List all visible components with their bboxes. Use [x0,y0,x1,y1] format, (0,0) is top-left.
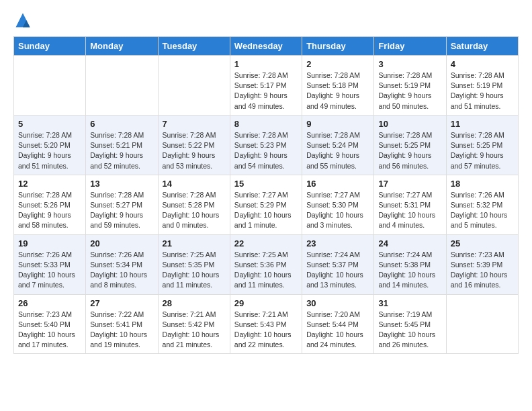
calendar-cell: 9Sunrise: 7:28 AM Sunset: 5:24 PM Daylig… [302,115,374,175]
column-header-tuesday: Tuesday [158,37,230,56]
calendar-week-row: 5Sunrise: 7:28 AM Sunset: 5:20 PM Daylig… [14,115,519,175]
day-number: 25 [451,238,514,248]
calendar-week-row: 1Sunrise: 7:28 AM Sunset: 5:17 PM Daylig… [14,56,519,116]
calendar-cell: 4Sunrise: 7:28 AM Sunset: 5:19 PM Daylig… [446,56,518,116]
calendar-cell: 20Sunrise: 7:26 AM Sunset: 5:34 PM Dayli… [86,234,158,294]
day-number: 30 [306,298,369,308]
day-info: Sunrise: 7:26 AM Sunset: 5:34 PM Dayligh… [90,250,153,291]
day-number: 27 [90,298,153,308]
calendar-cell: 21Sunrise: 7:25 AM Sunset: 5:35 PM Dayli… [158,234,230,294]
day-info: Sunrise: 7:28 AM Sunset: 5:22 PM Dayligh… [163,130,226,171]
column-header-sunday: Sunday [14,37,86,56]
calendar-cell [158,56,230,116]
day-info: Sunrise: 7:28 AM Sunset: 5:26 PM Dayligh… [18,190,81,231]
day-number: 6 [90,119,153,129]
day-info: Sunrise: 7:28 AM Sunset: 5:23 PM Dayligh… [234,130,298,171]
day-number: 24 [378,238,441,248]
day-info: Sunrise: 7:27 AM Sunset: 5:29 PM Dayligh… [234,190,298,231]
calendar-cell: 26Sunrise: 7:23 AM Sunset: 5:40 PM Dayli… [14,294,86,354]
calendar-cell: 19Sunrise: 7:26 AM Sunset: 5:33 PM Dayli… [14,234,86,294]
day-info: Sunrise: 7:21 AM Sunset: 5:42 PM Dayligh… [163,310,226,351]
calendar-table: SundayMondayTuesdayWednesdayThursdayFrid… [13,36,519,354]
column-header-saturday: Saturday [446,37,518,56]
calendar-cell: 29Sunrise: 7:21 AM Sunset: 5:43 PM Dayli… [230,294,302,354]
calendar-cell: 11Sunrise: 7:28 AM Sunset: 5:25 PM Dayli… [446,115,518,175]
day-number: 12 [18,179,81,189]
calendar-cell [86,56,158,116]
calendar-cell: 13Sunrise: 7:28 AM Sunset: 5:27 PM Dayli… [86,175,158,234]
calendar-cell: 3Sunrise: 7:28 AM Sunset: 5:19 PM Daylig… [374,56,446,116]
day-info: Sunrise: 7:28 AM Sunset: 5:19 PM Dayligh… [378,71,441,111]
column-header-wednesday: Wednesday [230,37,302,56]
day-info: Sunrise: 7:19 AM Sunset: 5:45 PM Dayligh… [378,310,441,351]
day-number: 1 [234,59,298,69]
day-info: Sunrise: 7:28 AM Sunset: 5:18 PM Dayligh… [306,71,369,111]
page: SundayMondayTuesdayWednesdayThursdayFrid… [0,0,532,365]
calendar-cell: 18Sunrise: 7:26 AM Sunset: 5:32 PM Dayli… [446,175,518,234]
day-number: 14 [163,179,226,189]
day-number: 4 [451,59,514,69]
day-info: Sunrise: 7:23 AM Sunset: 5:39 PM Dayligh… [451,250,514,291]
day-number: 2 [306,59,369,69]
day-info: Sunrise: 7:28 AM Sunset: 5:20 PM Dayligh… [18,130,81,171]
day-info: Sunrise: 7:24 AM Sunset: 5:38 PM Dayligh… [378,250,441,291]
calendar-cell: 5Sunrise: 7:28 AM Sunset: 5:20 PM Daylig… [14,115,86,175]
calendar-cell [446,294,518,354]
calendar-cell: 22Sunrise: 7:25 AM Sunset: 5:36 PM Dayli… [230,234,302,294]
day-number: 31 [378,298,441,308]
day-number: 21 [163,238,226,248]
day-info: Sunrise: 7:27 AM Sunset: 5:31 PM Dayligh… [378,190,441,231]
calendar-cell: 10Sunrise: 7:28 AM Sunset: 5:25 PM Dayli… [374,115,446,175]
calendar-cell: 28Sunrise: 7:21 AM Sunset: 5:42 PM Dayli… [158,294,230,354]
calendar-week-row: 12Sunrise: 7:28 AM Sunset: 5:26 PM Dayli… [14,175,519,234]
day-info: Sunrise: 7:25 AM Sunset: 5:35 PM Dayligh… [163,250,226,291]
calendar-cell: 16Sunrise: 7:27 AM Sunset: 5:30 PM Dayli… [302,175,374,234]
calendar-cell: 8Sunrise: 7:28 AM Sunset: 5:23 PM Daylig… [230,115,302,175]
day-info: Sunrise: 7:28 AM Sunset: 5:27 PM Dayligh… [90,190,153,231]
calendar-week-row: 26Sunrise: 7:23 AM Sunset: 5:40 PM Dayli… [14,294,519,354]
day-number: 17 [378,179,441,189]
column-header-thursday: Thursday [302,37,374,56]
calendar-cell: 24Sunrise: 7:24 AM Sunset: 5:38 PM Dayli… [374,234,446,294]
calendar-cell: 23Sunrise: 7:24 AM Sunset: 5:37 PM Dayli… [302,234,374,294]
calendar-cell: 7Sunrise: 7:28 AM Sunset: 5:22 PM Daylig… [158,115,230,175]
column-header-friday: Friday [374,37,446,56]
day-number: 10 [378,119,441,129]
calendar-cell: 6Sunrise: 7:28 AM Sunset: 5:21 PM Daylig… [86,115,158,175]
calendar-cell: 1Sunrise: 7:28 AM Sunset: 5:17 PM Daylig… [230,56,302,116]
calendar-cell: 27Sunrise: 7:22 AM Sunset: 5:41 PM Dayli… [86,294,158,354]
day-info: Sunrise: 7:25 AM Sunset: 5:36 PM Dayligh… [234,250,298,291]
logo-icon [13,11,32,30]
day-number: 18 [451,179,514,189]
day-info: Sunrise: 7:26 AM Sunset: 5:32 PM Dayligh… [451,190,514,231]
calendar-cell [14,56,86,116]
day-number: 26 [18,298,81,308]
day-info: Sunrise: 7:28 AM Sunset: 5:28 PM Dayligh… [163,190,226,231]
day-number: 28 [163,298,226,308]
day-info: Sunrise: 7:28 AM Sunset: 5:24 PM Dayligh… [306,130,369,171]
calendar-cell: 12Sunrise: 7:28 AM Sunset: 5:26 PM Dayli… [14,175,86,234]
day-info: Sunrise: 7:20 AM Sunset: 5:44 PM Dayligh… [306,310,369,351]
day-number: 13 [90,179,153,189]
calendar-cell: 2Sunrise: 7:28 AM Sunset: 5:18 PM Daylig… [302,56,374,116]
day-info: Sunrise: 7:28 AM Sunset: 5:21 PM Dayligh… [90,130,153,171]
day-info: Sunrise: 7:28 AM Sunset: 5:25 PM Dayligh… [378,130,441,171]
day-info: Sunrise: 7:24 AM Sunset: 5:37 PM Dayligh… [306,250,369,291]
header [13,11,519,30]
day-number: 5 [18,119,81,129]
day-info: Sunrise: 7:21 AM Sunset: 5:43 PM Dayligh… [234,310,298,351]
day-number: 7 [163,119,226,129]
calendar-week-row: 19Sunrise: 7:26 AM Sunset: 5:33 PM Dayli… [14,234,519,294]
calendar-cell: 14Sunrise: 7:28 AM Sunset: 5:28 PM Dayli… [158,175,230,234]
day-info: Sunrise: 7:23 AM Sunset: 5:40 PM Dayligh… [18,310,81,351]
day-number: 8 [234,119,298,129]
day-info: Sunrise: 7:28 AM Sunset: 5:19 PM Dayligh… [451,71,514,111]
day-info: Sunrise: 7:27 AM Sunset: 5:30 PM Dayligh… [306,190,369,231]
day-number: 22 [234,238,298,248]
day-number: 20 [90,238,153,248]
day-info: Sunrise: 7:22 AM Sunset: 5:41 PM Dayligh… [90,310,153,351]
calendar-cell: 15Sunrise: 7:27 AM Sunset: 5:29 PM Dayli… [230,175,302,234]
day-number: 29 [234,298,298,308]
day-number: 3 [378,59,441,69]
calendar-cell: 17Sunrise: 7:27 AM Sunset: 5:31 PM Dayli… [374,175,446,234]
